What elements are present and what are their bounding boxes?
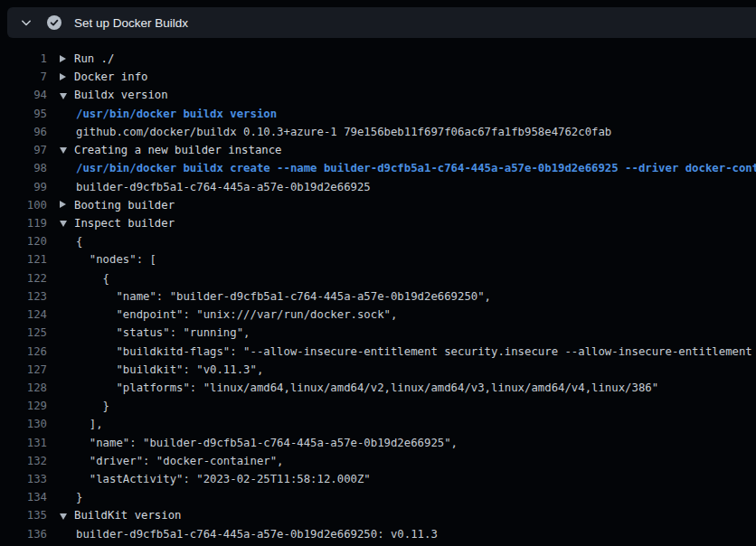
- log-text: Inspect builder: [74, 214, 175, 232]
- triangle-expanded-icon[interactable]: [60, 506, 74, 524]
- log-text: "lastActivity": "2023-02-25T11:58:12.000…: [76, 470, 371, 488]
- log-row: 124 "endpoint": "unix:///var/run/docker.…: [0, 306, 756, 324]
- line-number[interactable]: 133: [0, 470, 47, 488]
- log-row: 134 }: [0, 488, 756, 506]
- log-row[interactable]: 7 Docker info: [0, 68, 756, 86]
- line-number[interactable]: 7: [0, 68, 47, 86]
- line-number[interactable]: 131: [0, 434, 47, 452]
- line-number[interactable]: 97: [0, 141, 47, 159]
- triangle-collapsed-icon[interactable]: [60, 50, 74, 68]
- log-text: "platforms": "linux/amd64,linux/amd64/v2…: [76, 379, 658, 397]
- log-text: Creating a new builder instance: [74, 141, 282, 159]
- log-row: 121 "nodes": [: [0, 250, 756, 268]
- log-text: "buildkit": "v0.11.3",: [76, 361, 263, 379]
- log-row: 96 github.com/docker/buildx 0.10.3+azure…: [0, 123, 756, 141]
- line-number[interactable]: 122: [0, 269, 47, 287]
- line-number[interactable]: 119: [0, 214, 47, 232]
- log-text: "buildkitd-flags": "--allow-insecure-ent…: [76, 343, 756, 361]
- line-number[interactable]: 136: [0, 525, 47, 543]
- log-text: "name": "builder-d9cfb5a1-c764-445a-a57e…: [76, 287, 491, 306]
- log-row: 98 /usr/bin/docker buildx create --name …: [0, 159, 756, 177]
- line-number[interactable]: 134: [0, 488, 47, 506]
- log-row: 95 /usr/bin/docker buildx version: [0, 105, 756, 123]
- log-text: {: [76, 232, 82, 250]
- line-number[interactable]: 125: [0, 324, 47, 342]
- line-number[interactable]: 95: [0, 105, 47, 123]
- line-number[interactable]: 96: [0, 123, 47, 141]
- triangle-collapsed-icon[interactable]: [60, 196, 74, 214]
- log-row: 126 "buildkitd-flags": "--allow-insecure…: [0, 343, 756, 361]
- log-row[interactable]: 1 Run ./: [0, 50, 756, 68]
- log-row: 127 "buildkit": "v0.11.3",: [0, 361, 756, 379]
- line-number[interactable]: 135: [0, 506, 47, 524]
- log-text: BuildKit version: [74, 506, 181, 524]
- log-row[interactable]: 97 Creating a new builder instance: [0, 141, 756, 159]
- log-text: builder-d9cfb5a1-c764-445a-a57e-0b19d2e6…: [76, 178, 371, 196]
- line-number[interactable]: 121: [0, 250, 47, 268]
- line-number[interactable]: 130: [0, 415, 47, 433]
- log-row: 122 {: [0, 269, 756, 287]
- triangle-expanded-icon[interactable]: [60, 86, 74, 104]
- triangle-expanded-icon[interactable]: [60, 141, 74, 159]
- log-row: 125 "status": "running",: [0, 324, 756, 342]
- line-number[interactable]: 132: [0, 452, 47, 470]
- log-row: 120 {: [0, 232, 756, 250]
- log-text: /usr/bin/docker buildx create --name bui…: [76, 159, 756, 177]
- log-text: Docker info: [74, 68, 147, 86]
- log-row: 128 "platforms": "linux/amd64,linux/amd6…: [0, 379, 756, 397]
- log-text: /usr/bin/docker buildx version: [76, 105, 277, 123]
- line-number[interactable]: 128: [0, 379, 47, 397]
- log-row: 123 "name": "builder-d9cfb5a1-c764-445a-…: [0, 287, 756, 306]
- log-row: 132 "driver": "docker-container",: [0, 452, 756, 470]
- log-row[interactable]: 94 Buildx version: [0, 86, 756, 104]
- log-text: }: [76, 397, 109, 415]
- check-circle-icon: [47, 15, 61, 30]
- log-text: Buildx version: [74, 86, 168, 104]
- log-lines: 1 Run ./ 7 Docker info 94 Buildx version…: [0, 50, 756, 543]
- line-number[interactable]: 126: [0, 343, 47, 361]
- log-text: builder-d9cfb5a1-c764-445a-a57e-0b19d2e6…: [76, 525, 438, 543]
- line-number[interactable]: 127: [0, 361, 47, 379]
- step-title: Set up Docker Buildx: [74, 16, 188, 30]
- log-text: Booting builder: [74, 196, 175, 214]
- line-number[interactable]: 124: [0, 306, 47, 324]
- log-row[interactable]: 119 Inspect builder: [0, 214, 756, 232]
- triangle-expanded-icon[interactable]: [60, 214, 74, 232]
- log-text: github.com/docker/buildx 0.10.3+azure-1 …: [76, 123, 611, 141]
- log-text: "nodes": [: [76, 250, 156, 268]
- log-text: "name": "builder-d9cfb5a1-c764-445a-a57e…: [76, 434, 458, 452]
- triangle-collapsed-icon[interactable]: [60, 68, 74, 86]
- log-row: 131 "name": "builder-d9cfb5a1-c764-445a-…: [0, 434, 756, 452]
- log-row[interactable]: 100 Booting builder: [0, 196, 756, 214]
- line-number[interactable]: 129: [0, 397, 47, 415]
- step-header[interactable]: Set up Docker Buildx: [7, 7, 756, 38]
- log-row: 129 }: [0, 397, 756, 415]
- line-number[interactable]: 94: [0, 86, 47, 104]
- line-number[interactable]: 123: [0, 287, 47, 306]
- line-number[interactable]: 120: [0, 232, 47, 250]
- line-number[interactable]: 98: [0, 159, 47, 177]
- line-number[interactable]: 100: [0, 196, 47, 214]
- chevron-down-icon[interactable]: [20, 16, 33, 29]
- log-text: ],: [76, 415, 103, 433]
- log-text: Run ./: [74, 50, 114, 68]
- log-text: "status": "running",: [76, 324, 250, 342]
- log-row: 136 builder-d9cfb5a1-c764-445a-a57e-0b19…: [0, 525, 756, 543]
- log-row: 99 builder-d9cfb5a1-c764-445a-a57e-0b19d…: [0, 178, 756, 196]
- log-text: {: [76, 269, 109, 287]
- log-text: }: [76, 488, 82, 506]
- log-row: 130 ],: [0, 415, 756, 433]
- line-number[interactable]: 1: [0, 50, 47, 68]
- log-row: 133 "lastActivity": "2023-02-25T11:58:12…: [0, 470, 756, 488]
- log-text: "driver": "docker-container",: [76, 452, 284, 470]
- log-row[interactable]: 135 BuildKit version: [0, 506, 756, 524]
- log-text: "endpoint": "unix:///var/run/docker.sock…: [76, 306, 397, 324]
- line-number[interactable]: 99: [0, 178, 47, 196]
